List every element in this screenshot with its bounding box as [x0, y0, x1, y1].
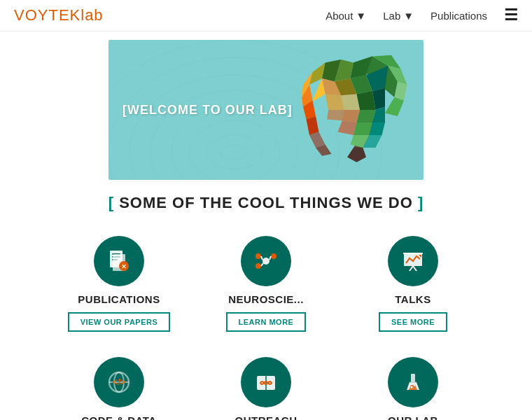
- hero-banner: [WELCOME TO OUR LAB]: [108, 40, 424, 180]
- svg-text:</>: </>: [113, 377, 126, 387]
- svg-marker-24: [347, 148, 366, 162]
- svg-line-59: [410, 266, 413, 271]
- publications-icon: ✕: [106, 248, 132, 274]
- card-neuroscience-title: NEUROSCIE...: [228, 293, 304, 305]
- svg-point-54: [255, 263, 261, 269]
- svg-point-72: [411, 386, 413, 388]
- svg-marker-12: [385, 97, 404, 116]
- svg-marker-32: [357, 91, 376, 110]
- outreach-icon: [253, 369, 279, 396]
- main-nav: About ▼ Lab ▼ Publications ☰: [326, 6, 518, 24]
- svg-line-56: [270, 256, 271, 260]
- talks-icon: [400, 248, 426, 274]
- talks-button[interactable]: SEE MORE: [379, 312, 447, 332]
- svg-point-2: [189, 120, 280, 180]
- card-publications: ✕ PUBLICATIONS VIEW OUR PAPERS: [46, 229, 192, 343]
- svg-marker-37: [341, 94, 360, 111]
- card-publications-title: PUBLICATIONS: [78, 293, 160, 305]
- logo-main: VOYTEK: [14, 6, 80, 24]
- card-talks-title: TALKS: [395, 293, 430, 305]
- code-icon: </>: [106, 369, 132, 396]
- svg-marker-42: [327, 110, 344, 120]
- cards-grid: ✕ PUBLICATIONS VIEW OUR PAPERS NEUROSCIE…: [28, 229, 504, 420]
- brain-illustration: [290, 47, 416, 173]
- svg-point-52: [255, 253, 261, 259]
- svg-point-1: [206, 134, 262, 169]
- svg-point-0: [220, 145, 248, 159]
- outreach-icon-circle: [241, 357, 291, 407]
- svg-marker-39: [338, 120, 357, 135]
- card-code: </> CODE & DATA VIEW OUR CODE: [46, 350, 192, 420]
- publications-icon-circle: ✕: [94, 236, 144, 286]
- neuroscience-icon: [253, 248, 279, 274]
- chevron-down-icon: ▼: [356, 10, 366, 22]
- svg-text:✕: ✕: [121, 263, 127, 270]
- code-icon-circle: </>: [94, 357, 144, 407]
- logo-sub: lab: [80, 6, 103, 24]
- svg-rect-69: [411, 374, 415, 382]
- svg-line-60: [413, 266, 416, 271]
- svg-point-73: [414, 385, 415, 386]
- neuroscience-button[interactable]: LEARN MORE: [226, 312, 307, 332]
- talks-icon-circle: [388, 236, 438, 286]
- hero-text: [WELCOME TO OUR LAB]: [122, 103, 293, 118]
- nav-publications[interactable]: Publications: [430, 10, 487, 22]
- publications-button[interactable]: VIEW OUR PAPERS: [68, 312, 171, 332]
- svg-line-55: [261, 256, 262, 260]
- svg-line-57: [261, 263, 263, 266]
- card-outreach-title: OUTREACH: [235, 414, 298, 420]
- svg-marker-33: [357, 110, 376, 122]
- chevron-down-icon: ▼: [403, 10, 414, 22]
- site-logo[interactable]: VOYTEKlab: [14, 6, 104, 24]
- svg-point-53: [271, 253, 276, 259]
- card-talks: TALKS SEE MORE: [340, 229, 486, 343]
- nav-lab[interactable]: Lab ▼: [383, 10, 414, 22]
- svg-marker-34: [354, 122, 372, 135]
- hamburger-menu[interactable]: ☰: [504, 6, 518, 24]
- bracket-right: ]: [418, 194, 424, 211]
- lab-icon: [400, 369, 426, 396]
- bracket-left: [: [108, 194, 114, 211]
- neuroscience-icon-circle: [241, 236, 291, 286]
- lab-icon-circle: [388, 357, 438, 407]
- nav-about[interactable]: About ▼: [326, 10, 366, 22]
- svg-marker-21: [307, 116, 319, 135]
- card-neuroscience: NEUROSCIE... LEARN MORE: [192, 229, 340, 343]
- card-lab: OUR LAB LEARN MORE: [340, 350, 486, 420]
- site-header: VOYTEKlab About ▼ Lab ▼ Publications ☰: [0, 0, 532, 31]
- card-lab-title: OUR LAB: [388, 414, 438, 420]
- section-title: [ SOME OF THE COOL THINGS WE DO ]: [0, 194, 532, 212]
- card-outreach: OUTREACH FIND OUT MORE: [192, 350, 340, 420]
- card-code-title: CODE & DATA: [81, 414, 156, 420]
